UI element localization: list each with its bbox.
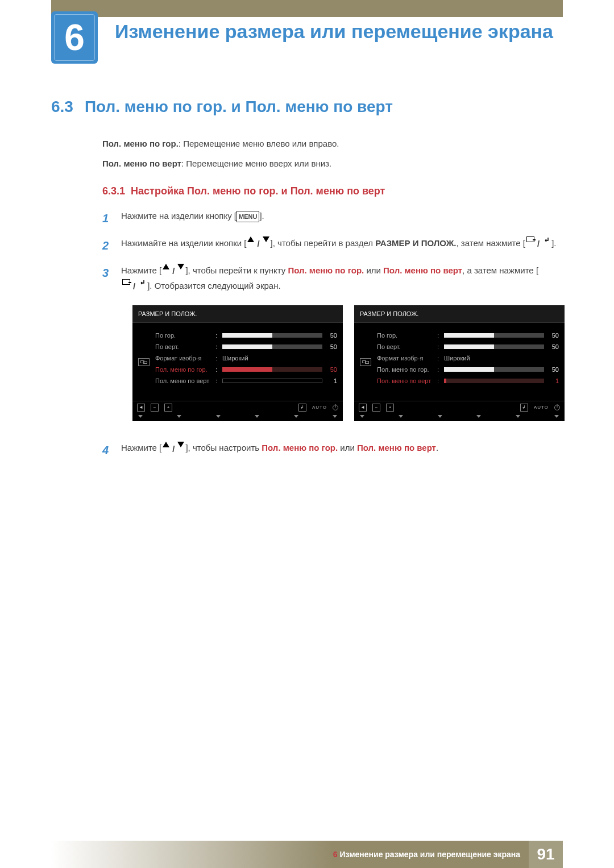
minus-icon: − <box>372 404 380 412</box>
footer-chapter-title: Изменение размера или перемещение экрана <box>340 850 520 859</box>
subsection-heading: 6.3.1 Настройка Пол. меню по гор. и Пол.… <box>102 185 563 197</box>
step-number: 4 <box>102 441 113 460</box>
osd-title: РАЗМЕР И ПОЛОЖ. <box>354 305 565 323</box>
step-3-text-c: , а затем нажмите [ <box>462 265 538 275</box>
step-3: 3 Нажмите [/], чтобы перейти к пункту По… <box>102 263 563 433</box>
step-2-target: РАЗМЕР И ПОЛОЖ. <box>375 238 456 248</box>
chapter-header: 6 Изменение размера или перемещение экра… <box>0 11 614 64</box>
step-3-text-d: ]. Отобразится следующий экран. <box>147 281 280 290</box>
osd-row-value: 50 <box>547 342 559 352</box>
step-2-text-c: , затем нажмите [ <box>457 238 525 248</box>
auto-label: AUTO <box>312 404 327 412</box>
plus-icon: + <box>386 404 394 412</box>
definitions: Пол. меню по гор.: Перемещение меню влев… <box>102 139 563 168</box>
footer-chapter-number: 6 <box>333 850 338 859</box>
section-title: Пол. меню по гор. и Пол. меню по верт <box>85 98 393 116</box>
def-hgor-text: : Перемещение меню влево или вправо. <box>179 139 339 148</box>
step-1: 1 Нажмите на изделии кнопку [MENU]. <box>102 209 563 228</box>
plus-icon: + <box>164 404 172 412</box>
steps-list: 1 Нажмите на изделии кнопку [MENU]. 2 На… <box>102 209 563 460</box>
osd-screenshots: РАЗМЕР И ПОЛОЖ. По гор.:50 По верт.:50 Ф… <box>132 305 565 422</box>
subsection-title: Настройка Пол. меню по гор. и Пол. меню … <box>131 185 385 197</box>
def-vpos-label: Пол. меню по верт <box>102 159 181 168</box>
up-down-icon: / <box>247 236 269 251</box>
osd-row-value: 50 <box>326 330 337 341</box>
step-number: 3 <box>102 263 113 283</box>
step-4-target-1: Пол. меню по гор. <box>262 443 338 452</box>
source-enter-icon: / <box>122 279 146 294</box>
chapter-number-badge: 6 <box>51 11 98 64</box>
step-3-target-1: Пол. меню по гор. <box>288 265 364 275</box>
step-2: 2 Нажимайте на изделии кнопки [/], чтобы… <box>102 236 563 255</box>
enter-icon: ↲ <box>298 404 306 412</box>
osd-category-icon <box>138 358 150 366</box>
osd-row-label: Формат изобр-я <box>155 353 212 364</box>
osd-row-label: По верт. <box>377 342 434 352</box>
step-4-target-2: Пол. меню по верт <box>357 443 436 452</box>
step-1-text-a: Нажмите на изделии кнопку [ <box>121 211 237 221</box>
osd-title: РАЗМЕР И ПОЛОЖ. <box>132 305 343 323</box>
osd-row-value: 1 <box>326 376 337 387</box>
osd-row-label: По верт. <box>155 342 212 352</box>
enter-icon: ↲ <box>520 404 528 412</box>
step-4-or: или <box>338 443 357 452</box>
source-enter-icon: / <box>526 236 550 251</box>
osd-footer: ◄ − + ↲ AUTO <box>354 401 565 414</box>
minus-icon: − <box>151 404 159 412</box>
subsection-number: 6.3.1 <box>102 185 125 197</box>
step-2-text-a: Нажимайте на изделии кнопки [ <box>121 238 246 248</box>
step-3-text-a: Нажмите [ <box>121 265 161 275</box>
step-4-text-a: Нажмите [ <box>121 443 161 452</box>
osd-row-label: По гор. <box>155 330 212 341</box>
step-1-text-b: ]. <box>259 211 264 221</box>
step-2-text-b: ], чтобы перейти в раздел <box>271 238 376 248</box>
section-heading: 6.3 Пол. меню по гор. и Пол. меню по вер… <box>51 98 563 116</box>
osd-row-value: Широкий <box>444 353 470 364</box>
power-icon <box>333 405 338 410</box>
step-4-text-c: . <box>436 443 438 452</box>
step-3-or: или <box>364 265 383 275</box>
left-icon: ◄ <box>137 404 145 412</box>
step-4: 4 Нажмите [/], чтобы настроить Пол. меню… <box>102 441 563 460</box>
osd-row-label-selected: Пол. меню по верт <box>377 376 434 387</box>
osd-row-value: Широкий <box>222 353 248 364</box>
up-down-icon: / <box>163 264 184 279</box>
def-vpos-text: : Перемещение меню вверх или вниз. <box>181 159 331 168</box>
step-3-target-2: Пол. меню по верт <box>383 265 462 275</box>
osd-row-label: Пол. меню по верт <box>155 376 212 387</box>
auto-label: AUTO <box>534 404 549 412</box>
up-down-icon: / <box>163 442 184 456</box>
osd-footer: ◄ − + ↲ AUTO <box>132 401 343 414</box>
osd-row-label: По гор. <box>377 330 434 341</box>
power-icon <box>554 405 560 410</box>
step-4-text-b: ], чтобы настроить <box>185 443 262 452</box>
chapter-title: Изменение размера или перемещение экрана <box>115 20 553 43</box>
osd-row-value: 50 <box>547 330 559 341</box>
step-number: 1 <box>102 209 113 228</box>
step-number: 2 <box>102 236 113 255</box>
menu-button-icon: MENU <box>237 211 259 223</box>
osd-row-value: 50 <box>326 364 337 375</box>
page-number: 91 <box>529 841 563 868</box>
osd-row-label-selected: Пол. меню по гор. <box>155 364 212 375</box>
page-footer: 6 Изменение размера или перемещение экра… <box>0 841 614 868</box>
osd-panel-hgor: РАЗМЕР И ПОЛОЖ. По гор.:50 По верт.:50 Ф… <box>132 305 343 422</box>
osd-row-value: 50 <box>547 364 559 375</box>
step-3-text-b: ], чтобы перейти к пункту <box>185 265 288 275</box>
def-hgor-label: Пол. меню по гор. <box>102 139 179 148</box>
osd-row-value: 50 <box>326 342 337 352</box>
osd-row-label: Формат изобр-я <box>377 353 434 364</box>
section-number: 6.3 <box>51 98 73 116</box>
osd-row-value: 1 <box>547 376 559 387</box>
osd-panel-vpos: РАЗМЕР И ПОЛОЖ. По гор.:50 По верт.:50 Ф… <box>354 305 565 422</box>
step-2-text-d: ]. <box>551 238 556 248</box>
osd-category-icon <box>360 358 371 366</box>
osd-row-label: Пол. меню по гор. <box>377 364 434 375</box>
left-icon: ◄ <box>359 404 367 412</box>
